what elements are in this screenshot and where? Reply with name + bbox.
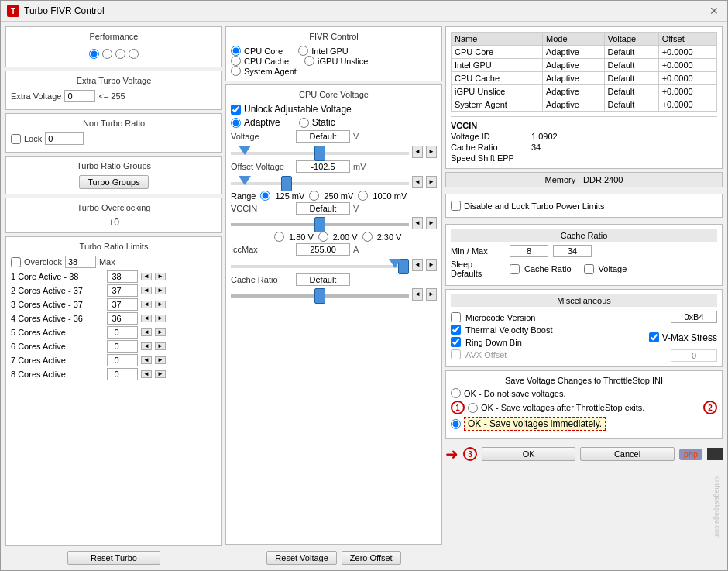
microcode-checkbox[interactable] xyxy=(451,312,461,322)
vccin-inc-btn[interactable]: ► xyxy=(426,217,437,229)
core-input-5[interactable] xyxy=(107,326,138,339)
microcode-input[interactable] xyxy=(671,311,717,323)
igpu-unslice-radio[interactable] xyxy=(304,56,314,66)
cache-ratio-cb[interactable] xyxy=(510,264,520,274)
close-button[interactable]: ✕ xyxy=(707,4,721,18)
core-dec-5[interactable]: ◄ xyxy=(141,328,152,336)
vccin-200-radio[interactable] xyxy=(318,232,328,242)
range-label: Range xyxy=(231,191,256,201)
core-dec-4[interactable]: ◄ xyxy=(141,315,152,322)
adaptive-radio[interactable] xyxy=(231,118,241,128)
core-dec-8[interactable]: ◄ xyxy=(141,370,152,378)
offset-slider[interactable] xyxy=(231,182,409,185)
unlock-adjustable-checkbox[interactable] xyxy=(231,105,241,115)
left-panel: Performance Extra Turbo Voltage Extra Vo… xyxy=(5,26,222,565)
offset-dec-btn[interactable]: ◄ xyxy=(412,176,423,188)
non-turbo-input[interactable] xyxy=(45,132,84,145)
extra-voltage-max: <= 255 xyxy=(98,91,125,101)
vccin-180-radio[interactable] xyxy=(274,232,284,242)
reset-turbo-button[interactable]: Reset Turbo xyxy=(67,551,160,565)
zero-offset-button[interactable]: Zero Offset xyxy=(342,551,401,565)
core-input-1[interactable] xyxy=(107,270,138,283)
lock-label: Lock xyxy=(24,134,42,143)
core-dec-7[interactable]: ◄ xyxy=(141,356,152,364)
iccmax-slider[interactable] xyxy=(231,265,409,268)
lock-checkbox[interactable] xyxy=(11,134,21,144)
core-row-8: 8 Cores Active ◄ ► xyxy=(11,368,217,380)
system-agent-radio[interactable] xyxy=(231,66,241,76)
core-input-8[interactable] xyxy=(107,368,138,380)
cell-name-4: iGPU Unslice xyxy=(452,85,543,98)
core-dec-6[interactable]: ◄ xyxy=(141,342,152,350)
cache-ratio-dec-btn[interactable]: ◄ xyxy=(412,288,423,301)
save-option2-radio[interactable] xyxy=(468,403,478,413)
save-option3-radio[interactable] xyxy=(451,419,461,429)
core-dec-1[interactable]: ◄ xyxy=(141,273,152,280)
window-title: Turbo FIVR Control xyxy=(24,5,702,16)
core-input-6[interactable] xyxy=(107,340,138,353)
static-radio[interactable] xyxy=(299,118,309,128)
vccin-slider[interactable] xyxy=(231,223,409,226)
voltage-slider[interactable] xyxy=(231,152,409,155)
turbo-ratio-limits-section: Turbo Ratio Limits Overclock Max 1 Core … xyxy=(5,236,222,546)
thermal-checkbox[interactable] xyxy=(451,325,461,335)
min-cache-input[interactable] xyxy=(510,245,548,257)
core-inc-2[interactable]: ► xyxy=(155,287,166,294)
core-inc-1[interactable]: ► xyxy=(155,273,166,280)
cpu-cache-radio[interactable] xyxy=(231,56,241,66)
perf-radio-1[interactable] xyxy=(89,49,99,59)
disable-turbo-checkbox[interactable] xyxy=(451,201,461,211)
ring-down-checkbox[interactable] xyxy=(451,337,461,347)
core-inc-5[interactable]: ► xyxy=(155,328,166,336)
extra-voltage-input[interactable] xyxy=(64,90,95,102)
turbo-overclocking-section: Turbo Overclocking +0 xyxy=(5,198,222,233)
cache-ratio-input[interactable] xyxy=(296,273,350,286)
core-input-2[interactable] xyxy=(107,284,138,297)
vmax-stress-checkbox[interactable] xyxy=(649,332,659,342)
core-input-7[interactable] xyxy=(107,354,138,366)
max-cache-input[interactable] xyxy=(553,245,592,257)
turbo-groups-button[interactable]: Turbo Groups xyxy=(79,175,148,189)
vccin-input[interactable] xyxy=(296,202,350,215)
range-1000-radio[interactable] xyxy=(358,191,368,201)
cache-ratio-slider[interactable] xyxy=(231,294,409,298)
offset-voltage-row: Offset Voltage mV xyxy=(231,160,437,173)
max-input[interactable] xyxy=(65,256,96,268)
cache-ratio-inc-btn[interactable]: ► xyxy=(426,288,437,301)
perf-radio-3[interactable] xyxy=(115,49,125,59)
reset-voltage-button[interactable]: Reset Voltage xyxy=(266,551,337,565)
save-option1-radio[interactable] xyxy=(451,388,461,398)
perf-radio-2[interactable] xyxy=(102,49,112,59)
ok-button[interactable]: OK xyxy=(482,447,575,461)
core-input-3[interactable] xyxy=(107,298,138,311)
offset-voltage-input[interactable] xyxy=(296,160,350,173)
avx-offset-checkbox[interactable] xyxy=(451,349,461,359)
iccmax-input[interactable] xyxy=(296,243,350,256)
voltage-cb[interactable] xyxy=(584,264,594,274)
core-inc-6[interactable]: ► xyxy=(155,342,166,350)
core-inc-7[interactable]: ► xyxy=(155,356,166,364)
core-inc-3[interactable]: ► xyxy=(155,301,166,308)
core-inc-4[interactable]: ► xyxy=(155,315,166,322)
overclock-checkbox[interactable] xyxy=(11,257,21,267)
voltage-input[interactable] xyxy=(296,130,350,143)
voltage-inc-btn[interactable]: ► xyxy=(426,146,437,158)
intel-gpu-radio[interactable] xyxy=(298,46,308,56)
cancel-button[interactable]: Cancel xyxy=(580,447,674,461)
core-inc-8[interactable]: ► xyxy=(155,370,166,378)
avx-offset-input[interactable] xyxy=(671,349,717,362)
core-input-4[interactable] xyxy=(107,312,138,325)
vccin-230-radio[interactable] xyxy=(362,232,373,242)
core-dec-3[interactable]: ◄ xyxy=(141,301,152,308)
vccin-dec-btn[interactable]: ◄ xyxy=(412,217,423,229)
cpu-core-radio[interactable] xyxy=(231,46,241,56)
perf-radio-4[interactable] xyxy=(129,49,139,59)
fivr-radio-row1: CPU Core Intel GPU xyxy=(231,46,437,56)
iccmax-dec-btn[interactable]: ◄ xyxy=(412,259,423,271)
range-125-radio[interactable] xyxy=(260,191,270,201)
offset-inc-btn[interactable]: ► xyxy=(426,176,437,188)
core-dec-2[interactable]: ◄ xyxy=(141,287,152,294)
range-250-radio[interactable] xyxy=(309,191,319,201)
iccmax-inc-btn[interactable]: ► xyxy=(426,259,437,271)
voltage-dec-btn[interactable]: ◄ xyxy=(412,146,423,158)
